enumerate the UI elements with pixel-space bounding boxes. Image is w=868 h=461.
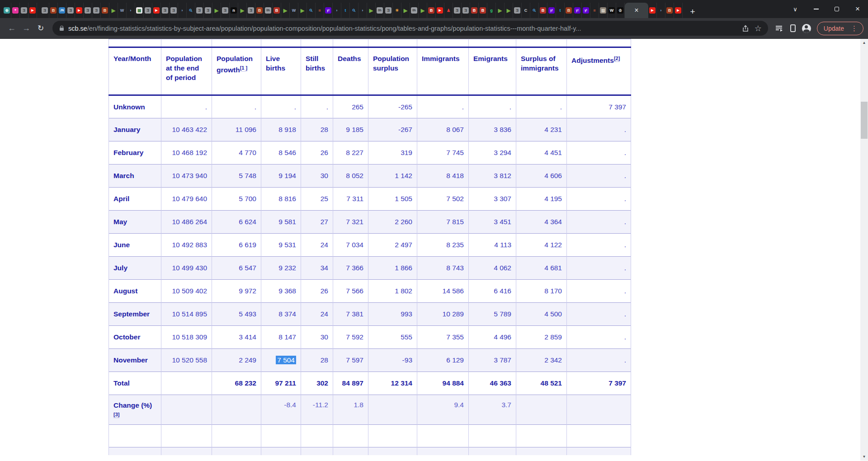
media-playlist-icon[interactable]: [773, 21, 786, 36]
tab-wshield[interactable]: W: [290, 3, 298, 18]
tab-yt[interactable]: ▶: [28, 3, 37, 18]
close-window-button[interactable]: ×: [847, 0, 868, 18]
tab-play[interactable]: ▶: [505, 3, 513, 18]
tab-play[interactable]: ▶: [419, 3, 427, 18]
tab-ypurple[interactable]: y!: [324, 3, 333, 18]
update-button[interactable]: Update ⋮: [817, 22, 863, 35]
tab-gray[interactable]: Ǝ: [161, 3, 170, 18]
tab-zh[interactable]: 0h: [376, 3, 384, 18]
tab-tw[interactable]: t: [556, 3, 565, 18]
tab-halfd[interactable]: ◗: [333, 3, 341, 18]
share-icon[interactable]: [742, 25, 749, 32]
tab-halfd[interactable]: ◗: [127, 3, 135, 18]
tab-gray[interactable]: Ǝ: [221, 3, 230, 18]
tab-bred[interactable]: B: [273, 3, 281, 18]
tab-play[interactable]: ▶: [212, 3, 221, 18]
tab-gray[interactable]: Ǝ: [204, 3, 212, 18]
tab-wshield[interactable]: W: [118, 3, 127, 18]
tab-bred[interactable]: B: [470, 3, 479, 18]
tab-play[interactable]: ▶: [298, 3, 307, 18]
tab-halfd[interactable]: ◗: [657, 3, 665, 18]
tab-yt[interactable]: ▶: [674, 3, 683, 18]
tab-wblack[interactable]: W: [608, 3, 616, 18]
tab-yt[interactable]: ▶: [436, 3, 444, 18]
tab-search-chevron-icon[interactable]: ∨: [785, 0, 806, 18]
tab-zh[interactable]: 0h: [264, 3, 273, 18]
tab-gray[interactable]: Ǝ: [20, 3, 28, 18]
tab-gray[interactable]: Ǝ: [84, 3, 92, 18]
tab-gray[interactable]: Ǝ: [170, 3, 178, 18]
tab-gray[interactable]: Ǝ: [92, 3, 101, 18]
footnote-link[interactable]: [3]: [113, 412, 119, 418]
tab-bred[interactable]: B: [539, 3, 547, 18]
tab-yt[interactable]: ▶: [152, 3, 161, 18]
scrollbar-thumb[interactable]: [861, 102, 868, 139]
tab-close-icon[interactable]: ×: [634, 7, 638, 14]
tab-cwhite[interactable]: C: [522, 3, 530, 18]
scroll-down-arrow[interactable]: ▼: [860, 453, 868, 461]
footnote-link[interactable]: [2]: [614, 56, 620, 62]
tab-crown[interactable]: ♔: [616, 3, 625, 18]
tab-play[interactable]: ▶: [496, 3, 505, 18]
tab-jn[interactable]: JN: [58, 3, 66, 18]
tab-gray[interactable]: Ǝ: [513, 3, 522, 18]
tab-halfd[interactable]: ◗: [359, 3, 367, 18]
tab-sun[interactable]: ☀: [393, 3, 401, 18]
tab-zh[interactable]: 0h: [410, 3, 419, 18]
tab-borange[interactable]: B: [101, 3, 109, 18]
tab-gray[interactable]: Ǝ: [384, 3, 393, 18]
tab-borange[interactable]: B: [665, 3, 674, 18]
tab-play[interactable]: ▶: [109, 3, 118, 18]
tab-borange[interactable]: B: [565, 3, 573, 18]
tab-gray[interactable]: Ǝ: [453, 3, 462, 18]
tab-yt[interactable]: ▶: [648, 3, 657, 18]
back-button[interactable]: ←: [5, 21, 19, 36]
browser-menu-dots-icon[interactable]: ⋮: [848, 24, 860, 33]
tab-gray[interactable]: Ǝ: [247, 3, 255, 18]
tab-gray[interactable]: Ǝ: [462, 3, 470, 18]
restore-button[interactable]: [826, 0, 847, 18]
tab-globe[interactable]: ⊕: [3, 3, 11, 18]
url-text[interactable]: scb.se/en/finding-statistics/statistics-…: [68, 25, 736, 32]
tab-mag[interactable]: ⚲: [530, 3, 539, 18]
address-bar[interactable]: scb.se/en/finding-statistics/statistics-…: [52, 21, 768, 36]
tab-yt[interactable]: ▶: [75, 3, 84, 18]
tab-mag[interactable]: ⚲: [307, 3, 316, 18]
reload-button[interactable]: ↻: [33, 21, 48, 36]
tab-play[interactable]: ▶: [401, 3, 410, 18]
tab-nblack[interactable]: n: [230, 3, 238, 18]
page-scrollbar[interactable]: ▲ ▼: [860, 39, 868, 461]
tab-borange[interactable]: B: [255, 3, 264, 18]
tab-check[interactable]: ▦: [135, 3, 144, 18]
tab-play[interactable]: ▶: [367, 3, 376, 18]
tab-halfd[interactable]: ◗: [178, 3, 187, 18]
tab-ypurple[interactable]: y!: [547, 3, 556, 18]
tab-play[interactable]: ▶: [281, 3, 290, 18]
sidebar-extension-icon[interactable]: [786, 21, 800, 36]
tab-mag[interactable]: ⚲: [350, 3, 359, 18]
bookmark-star-icon[interactable]: ☆: [755, 24, 762, 33]
tab-photo[interactable]: ▨: [599, 3, 608, 18]
tab-bred[interactable]: B: [479, 3, 487, 18]
tab-play[interactable]: ▶: [238, 3, 247, 18]
tab-tw[interactable]: t: [341, 3, 350, 18]
minimize-button[interactable]: [806, 0, 826, 18]
new-tab-button[interactable]: +: [686, 5, 699, 18]
tab-gg[interactable]: g: [487, 3, 496, 18]
tab-ypurple[interactable]: y!: [573, 3, 582, 18]
scroll-up-arrow[interactable]: ▲: [860, 39, 868, 47]
profile-avatar[interactable]: [800, 21, 813, 36]
active-tab[interactable]: ×: [625, 3, 648, 18]
tab-gray[interactable]: Ǝ: [41, 3, 49, 18]
tab-gray[interactable]: Ǝ: [66, 3, 75, 18]
lock-icon[interactable]: [60, 28, 64, 31]
footnote-link[interactable]: [1 ]: [240, 65, 248, 71]
tab-mag[interactable]: ⚲: [187, 3, 195, 18]
tab-pink[interactable]: *: [11, 3, 20, 18]
tab-obook[interactable]: ≡: [590, 3, 599, 18]
tab-borange[interactable]: B: [49, 3, 58, 18]
forward-button[interactable]: →: [19, 21, 33, 36]
tab-ypurple[interactable]: y!: [582, 3, 590, 18]
tab-gray[interactable]: Ǝ: [195, 3, 204, 18]
tab-obook[interactable]: ≡: [316, 3, 324, 18]
